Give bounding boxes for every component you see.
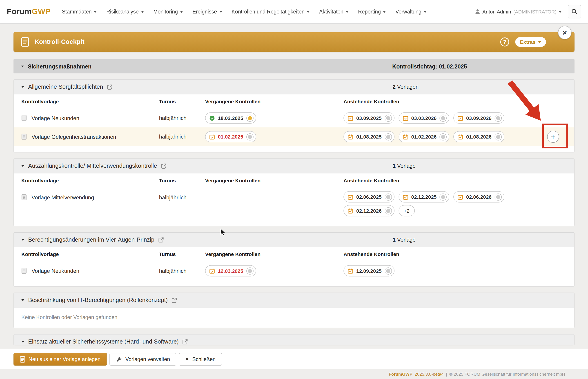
button-label: Vorlagen verwalten — [125, 356, 170, 362]
status-toggle[interactable] — [246, 133, 253, 140]
upcoming-control-pill[interactable]: 03.09.2026 — [453, 112, 504, 124]
past-control-pill-overdue[interactable]: 01.02.2025 — [205, 131, 256, 142]
status-toggle[interactable] — [440, 133, 447, 140]
template-name-cell: Vorlage Gelegenheitstransaktionen — [21, 134, 116, 140]
calendar-icon — [403, 194, 408, 200]
section-header[interactable]: Beschränkung von IT-Berechtigungen (Roll… — [14, 293, 574, 308]
status-toggle[interactable] — [440, 193, 447, 201]
document-icon — [21, 37, 29, 47]
menu-label: Aktivitäten — [319, 9, 343, 15]
control-date: 03.09.2025 — [356, 115, 382, 121]
upcoming-control-pill[interactable]: 02.06.2026 — [453, 191, 504, 203]
external-link-icon[interactable] — [161, 163, 166, 169]
status-toggle[interactable] — [246, 114, 253, 122]
button-label: Schließen — [192, 356, 216, 362]
section-header[interactable]: Auszahlungskontrolle/ Mittelverwendungsk… — [14, 159, 574, 173]
menu-label: Reporting — [358, 9, 381, 15]
section-header[interactable]: Allgemeine Sorgfaltspflichten 2 Vorlagen — [14, 80, 574, 94]
collapse-caret-icon — [21, 86, 24, 88]
status-toggle[interactable] — [385, 267, 392, 274]
menu-aktivitaeten[interactable]: Aktivitäten — [319, 9, 349, 15]
column-turnus: Turnus — [159, 252, 176, 257]
new-from-template-button[interactable]: Neu aus einer Vorlage anlegen — [14, 353, 107, 366]
column-anstehende: Anstehende Kontrollen — [343, 99, 399, 104]
chevron-down-icon — [424, 11, 427, 13]
kontrollstichtag-label: Kontrollstichtag: 01.02.2025 — [392, 63, 467, 69]
upcoming-control-pill[interactable]: 03.09.2025 — [343, 112, 394, 124]
past-control-pill-overdue[interactable]: 12.03.2025 — [205, 265, 256, 276]
upcoming-control-pill[interactable]: 02.12.2025 — [399, 191, 449, 203]
extras-button[interactable]: Extras — [515, 37, 546, 47]
user-menu[interactable]: Anton Admin (ADMINISTRATOR) — [475, 9, 568, 14]
section-header[interactable]: Einsatz aktueller Sicherheitssysteme (Ha… — [14, 334, 574, 345]
collapse-caret-icon — [21, 165, 24, 167]
upcoming-control-pill[interactable]: 03.03.2026 — [399, 112, 449, 124]
status-toggle[interactable] — [494, 114, 502, 122]
footer-toolbar: Neu aus einer Vorlage anlegen Vorlagen v… — [0, 349, 588, 369]
menu-monitoring[interactable]: Monitoring — [153, 9, 183, 15]
status-toggle[interactable] — [494, 193, 502, 201]
section-beschraenkung-it-berechtigungen: Beschränkung von IT-Berechtigungen (Roll… — [14, 293, 574, 328]
credit-copyright: © 2025 FORUM Gesellschaft für Informatio… — [449, 372, 565, 377]
status-toggle[interactable] — [385, 133, 392, 140]
collapse-caret-icon — [21, 65, 24, 67]
status-toggle[interactable] — [246, 267, 253, 274]
past-controls-cell: 18.02.2025 — [205, 112, 256, 124]
table-header-row: Kontrollvorlage Turnus Vergangene Kontro… — [14, 173, 574, 188]
close-button[interactable]: × Schließen — [179, 353, 222, 366]
group-header-sicherungsmassnahmen[interactable]: Sicherungsmaßnahmen Kontrollstichtag: 01… — [14, 59, 574, 73]
turnus-value: halbjährlich — [159, 115, 186, 121]
external-link-icon[interactable] — [171, 297, 177, 303]
menu-kontrollen-und-regeltaetigkeiten[interactable]: Kontrollen und Regeltätigkeiten — [232, 9, 310, 15]
help-button[interactable]: ? — [500, 37, 509, 47]
chevron-down-icon — [219, 11, 222, 13]
calendar-icon — [348, 194, 353, 200]
external-link-icon[interactable] — [183, 339, 188, 345]
add-control-button[interactable]: + — [547, 131, 559, 142]
close-cockpit-button[interactable]: × — [558, 26, 571, 39]
status-toggle[interactable] — [494, 133, 502, 140]
upcoming-control-pill[interactable]: 02.06.2025 — [343, 191, 394, 203]
status-toggle[interactable] — [385, 114, 392, 122]
section-title: Berechtigungsänderungen im Vier-Augen-Pr… — [28, 237, 154, 243]
manage-templates-button[interactable]: Vorlagen verwalten — [110, 353, 176, 366]
control-date: 03.09.2026 — [466, 115, 492, 121]
more-controls-pill[interactable]: +2 — [399, 205, 415, 216]
status-toggle[interactable] — [385, 207, 392, 214]
user-icon — [475, 9, 480, 14]
control-date: 12.09.2025 — [356, 268, 382, 274]
menu-stammdaten[interactable]: Stammdaten — [62, 9, 97, 15]
column-vergangene: Vergangene Kontrollen — [205, 252, 261, 257]
chevron-down-icon — [141, 11, 144, 13]
section-header[interactable]: Berechtigungsänderungen im Vier-Augen-Pr… — [14, 233, 574, 247]
credit-separator: | — [446, 372, 447, 377]
external-link-icon[interactable] — [158, 237, 164, 242]
chevron-down-icon — [559, 11, 562, 13]
upcoming-control-pill[interactable]: 02.12.2026 — [343, 205, 394, 216]
table-header-row: Kontrollvorlage Turnus Vergangene Kontro… — [14, 94, 574, 109]
upcoming-control-pill[interactable]: 01.02.2026 — [399, 131, 449, 142]
menu-reporting[interactable]: Reporting — [358, 9, 386, 15]
past-control-pill[interactable]: 18.02.2025 — [205, 112, 256, 124]
status-toggle[interactable] — [385, 193, 392, 201]
chevron-down-icon — [383, 11, 386, 13]
external-link-icon[interactable] — [107, 84, 112, 90]
status-toggle[interactable] — [440, 114, 447, 122]
calendar-icon — [348, 115, 353, 121]
upcoming-control-pill[interactable]: 01.08.2025 — [343, 131, 394, 142]
app-logo[interactable]: ForumGWP — [7, 7, 50, 16]
template-count: 2 Vorlagen — [393, 84, 419, 90]
chevron-down-icon — [94, 11, 97, 13]
page-title: Kontroll-Cockpit — [34, 38, 84, 46]
past-controls-cell: 01.02.2025 — [205, 131, 256, 142]
search-button[interactable] — [568, 5, 581, 18]
upcoming-control-pill[interactable]: 12.09.2025 — [343, 265, 394, 276]
menu-ereignisse[interactable]: Ereignisse — [192, 9, 222, 15]
control-date: 01.02.2025 — [218, 134, 243, 140]
template-name-cell: Vorlage Neukunden — [21, 115, 79, 121]
upcoming-control-pill[interactable]: 01.08.2026 — [453, 131, 504, 142]
calendar-icon — [348, 268, 353, 274]
column-vergangene: Vergangene Kontrollen — [205, 178, 261, 183]
menu-verwaltung[interactable]: Verwaltung — [395, 9, 427, 15]
menu-risikoanalyse[interactable]: Risikoanalyse — [106, 9, 144, 15]
